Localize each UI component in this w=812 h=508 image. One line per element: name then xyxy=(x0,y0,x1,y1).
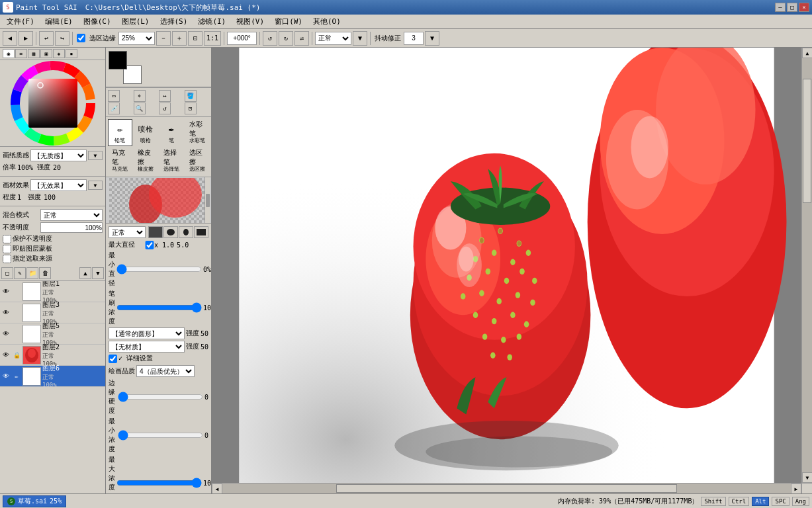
paper-texture-select[interactable]: 【无质感】 xyxy=(30,149,87,161)
scroll-thumb-horizontal[interactable] xyxy=(336,484,677,493)
canvas-container[interactable] xyxy=(212,48,801,483)
color-tab-extra[interactable]: ▪ xyxy=(66,49,77,58)
minimize-button[interactable]: — xyxy=(775,3,786,12)
subtool-pencil[interactable]: ✏ 铅笔 xyxy=(108,119,132,146)
opacity-input[interactable] xyxy=(40,222,103,233)
menu-select[interactable]: 选择(S) xyxy=(155,15,193,28)
layer-visibility-toggle[interactable]: 👁 xyxy=(1,372,11,381)
subtool-marker[interactable]: 马克笔 马克笔 xyxy=(108,148,132,175)
layer-new-folder[interactable]: 📁 xyxy=(26,267,38,279)
layer-visibility-toggle[interactable]: 👁 xyxy=(1,351,11,360)
blend-mode-down[interactable]: ▼ xyxy=(353,31,367,46)
layer-item[interactable]: 👁 图层5 正常 100% xyxy=(0,323,105,345)
brush-shape-2[interactable] xyxy=(163,226,178,238)
effect-select[interactable]: 【无效果】 xyxy=(30,179,87,191)
canvas-area[interactable]: ▲ ▼ ◀ ▶ xyxy=(212,48,812,493)
layer-lock-toggle[interactable]: 🔒 xyxy=(12,351,21,360)
color-tab-mix[interactable]: ▦ xyxy=(28,49,40,58)
flip-h[interactable]: ⇌ xyxy=(294,31,309,46)
menu-other[interactable]: 其他(O) xyxy=(308,15,346,28)
tool-move[interactable]: ↔ xyxy=(159,90,171,102)
layer-item[interactable]: 👁 图层1 正常 100% xyxy=(0,281,105,302)
scroll-right-button[interactable]: ▶ xyxy=(791,484,801,493)
layer-visibility-toggle[interactable]: 👁 xyxy=(1,329,11,339)
zoom-plus[interactable]: ＋ xyxy=(172,31,187,46)
blend-mode-select[interactable]: 正常 xyxy=(40,209,103,221)
brush-shape-4[interactable] xyxy=(194,226,208,238)
rotation-input[interactable] xyxy=(227,32,257,45)
subtool-eraser[interactable]: 橡皮擦 橡皮擦 xyxy=(134,148,158,175)
layer-item[interactable]: 👁 图层3 正常 100% xyxy=(0,302,105,323)
menu-image[interactable]: 图像(C) xyxy=(78,15,116,28)
effect-btn[interactable]: ▼ xyxy=(88,181,103,190)
density-slider[interactable] xyxy=(116,304,202,311)
protect-opacity-checkbox[interactable] xyxy=(3,235,11,243)
toolbar-arrow-left[interactable]: ◀ xyxy=(3,31,17,46)
max-size-checkbox[interactable] xyxy=(145,241,154,249)
quality-select[interactable]: 4（品质优先） xyxy=(136,365,195,377)
color-wheel[interactable] xyxy=(10,60,96,146)
stabilizer-input[interactable] xyxy=(404,32,424,45)
detail-checkbox[interactable] xyxy=(109,355,117,363)
layer-visibility-toggle[interactable]: 👁 xyxy=(1,287,11,296)
foreground-color-swatch[interactable] xyxy=(109,51,127,69)
detail-settings-toggle[interactable]: ✓ 详细设置 xyxy=(109,354,208,363)
menu-file[interactable]: 文件(F) xyxy=(1,15,40,28)
menu-layer[interactable]: 图层(L) xyxy=(116,15,155,28)
layer-lock-toggle[interactable]: ✏ xyxy=(12,372,21,381)
vertical-scrollbar[interactable]: ▲ ▼ xyxy=(801,48,812,483)
edge-hardness-slider[interactable] xyxy=(118,394,203,400)
subtool-pen[interactable]: ✒ 笔 xyxy=(159,119,184,146)
layer-new-linework[interactable]: ✎ xyxy=(14,267,26,279)
scroll-track-vertical[interactable] xyxy=(802,58,812,472)
blend-mode-select[interactable]: 正常 xyxy=(315,32,351,45)
clipping-checkbox[interactable] xyxy=(3,245,11,253)
menu-edit[interactable]: 编辑(E) xyxy=(40,15,78,28)
layer-delete[interactable]: 🗑 xyxy=(39,267,51,279)
rotate-right[interactable]: ↻ xyxy=(279,31,293,46)
tool-crop[interactable]: ⊡ xyxy=(185,103,197,114)
selection-source-checkbox[interactable] xyxy=(3,255,11,263)
toolbar-redo[interactable]: ↪ xyxy=(55,31,69,46)
brush-shape-3[interactable] xyxy=(179,226,193,238)
paper-texture-btn[interactable]: ▼ xyxy=(88,151,103,160)
menu-filter[interactable]: 滤镜(I) xyxy=(193,15,231,28)
toolbar-undo[interactable]: ↩ xyxy=(39,31,54,46)
texture-select[interactable]: 【无材质】 xyxy=(109,341,185,353)
layer-lock-toggle[interactable] xyxy=(12,329,21,339)
subtool-select-pen[interactable]: 选择笔 选择笔 xyxy=(159,148,184,175)
min-size-slider[interactable] xyxy=(116,266,202,273)
layer-lock-toggle[interactable] xyxy=(12,287,21,296)
layer-move-up[interactable]: ▲ xyxy=(79,267,91,279)
scroll-thumb-vertical[interactable] xyxy=(803,79,811,203)
tool-zoom[interactable]: 🔍 xyxy=(134,103,146,114)
tool-bucket[interactable]: 🪣 xyxy=(185,90,197,102)
stabilizer-down[interactable]: ▼ xyxy=(425,31,439,46)
layer-visibility-toggle[interactable]: 👁 xyxy=(1,308,11,318)
brush-shape-1[interactable] xyxy=(148,226,163,238)
close-button[interactable]: × xyxy=(799,3,809,12)
toolbar-arrow-right[interactable]: ▶ xyxy=(19,31,33,46)
subtool-airbrush[interactable]: 喷枪 喷枪 xyxy=(134,119,158,146)
layer-item-active[interactable]: 👁 ✏ 图层6 正常 100% xyxy=(0,366,105,387)
color-tab-bars[interactable]: ≡ xyxy=(15,49,27,58)
rotate-left[interactable]: ↺ xyxy=(263,31,277,46)
subtool-select-eraser[interactable]: 选区擦 选区擦 xyxy=(185,148,209,175)
layer-move-down[interactable]: ▼ xyxy=(92,267,104,279)
subtool-watercolor[interactable]: 水彩笔 水彩笔 xyxy=(185,119,209,146)
swatch-preview[interactable] xyxy=(109,51,142,84)
color-tab-set[interactable]: ◈ xyxy=(53,49,65,58)
color-wheel-area[interactable] xyxy=(0,60,105,146)
menu-view[interactable]: 视图(V) xyxy=(231,15,269,28)
color-tab-palette[interactable]: ▣ xyxy=(40,49,52,58)
shape-select[interactable]: 【通常的圆形】 xyxy=(109,327,185,339)
color-tab-wheel[interactable]: ◉ xyxy=(3,49,15,58)
horizontal-scrollbar[interactable]: ◀ ▶ xyxy=(212,483,801,493)
brush-mode-select[interactable]: 正常 xyxy=(109,226,146,238)
selection-edge-checkbox[interactable] xyxy=(77,34,85,42)
scroll-up-button[interactable]: ▲ xyxy=(802,48,812,58)
tool-rotate[interactable]: ↺ xyxy=(159,103,171,114)
tool-select-rect[interactable]: ▭ xyxy=(108,90,120,102)
scroll-track-horizontal[interactable] xyxy=(222,484,791,493)
canvas-tab[interactable]: S 草莓.sai 25% xyxy=(3,495,66,507)
